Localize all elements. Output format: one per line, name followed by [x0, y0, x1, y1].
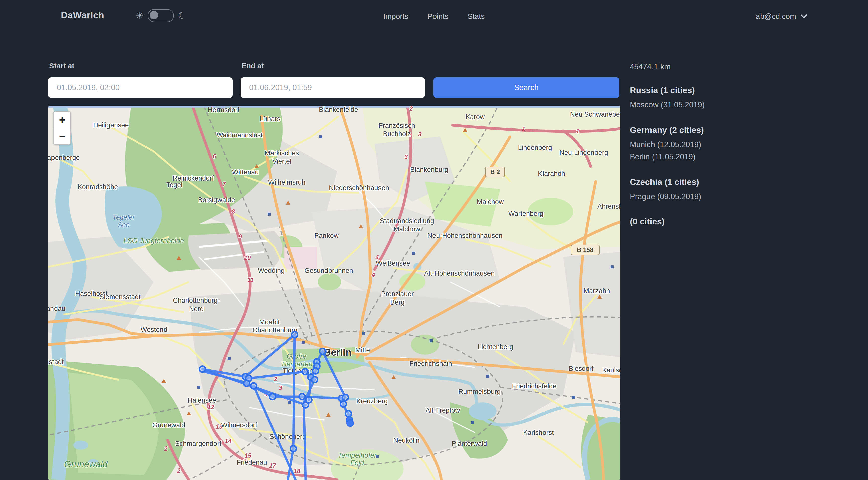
gps-point-marker[interactable] [299, 394, 305, 400]
nav-link-imports[interactable]: Imports [383, 12, 408, 21]
gps-point-marker[interactable] [342, 394, 348, 401]
map-label: Wittenau [232, 168, 259, 176]
map-label: Neu-Lindenberg [559, 149, 608, 156]
country-group-title: (0 cities) [630, 217, 831, 226]
gps-point-marker[interactable] [270, 394, 276, 400]
map-label: Spandau [48, 305, 65, 312]
motorway-ref: 3 [279, 384, 282, 391]
motorway-ref: 1 [522, 125, 525, 132]
map-label: Alt-Hohenschönhausen [424, 269, 495, 277]
end-at-label: End at [242, 62, 264, 70]
gps-point-marker[interactable] [303, 402, 309, 408]
country-group: Germany (2 cities)Munich (12.05.2019)Ber… [630, 125, 831, 163]
station-icon [288, 401, 291, 404]
map-label: Kaulsdorf [602, 366, 620, 374]
station-icon [611, 265, 614, 268]
map-label: Gesundbrunnen [304, 267, 353, 275]
map-label: Siemensstadt [99, 293, 141, 301]
gps-point-marker[interactable] [320, 348, 326, 354]
motorway-ref: 4 [371, 271, 375, 278]
total-distance: 45474.1 km [630, 62, 831, 71]
map-label: Tegel [166, 181, 183, 189]
chevron-down-icon [801, 14, 807, 18]
map-label: Hermsdorf [208, 106, 240, 114]
start-date-input[interactable] [48, 77, 232, 98]
country-group: Czechia (1 cities)Prague (09.05.2019) [630, 177, 831, 202]
map-label: Neu Schwanebeck [570, 111, 620, 118]
gps-point-marker[interactable] [251, 383, 257, 389]
city-visit-item: Prague (09.05.2019) [630, 190, 831, 202]
motorway-ref: 7 [222, 181, 226, 187]
motorway-ref: 6 [213, 153, 216, 160]
map-label: Blankenfelde [319, 106, 358, 114]
motorway-ref: 10 [244, 254, 251, 261]
map-label: LSG Jungfernheide [123, 237, 184, 245]
map-label: Lübars [260, 115, 281, 123]
map-label: Schmargendorf [175, 440, 221, 447]
map-label: Biesdorf [569, 365, 594, 372]
gps-point-marker[interactable] [302, 369, 308, 375]
map-label: Neukölln [393, 437, 420, 444]
motorway-ref: 18 [293, 468, 300, 475]
map-canvas: B 2B 158 6789101123412131415171822234411… [48, 106, 620, 480]
motorway-ref: 11 [248, 277, 254, 283]
end-date-input[interactable] [241, 77, 425, 98]
app-page: DaWarIch ☀ ☾ Imports Points Stats ab@cd.… [0, 0, 868, 480]
map-label: Reinickendorf [172, 174, 214, 182]
motorway-ref: 3 [404, 153, 408, 160]
motorway-ref: 2 [177, 467, 181, 474]
gps-point-marker[interactable] [340, 401, 346, 407]
map-zoom-control: + − [53, 111, 71, 145]
map-label: Plänterwald [452, 440, 487, 447]
map-label: Friedrichsfelde [512, 382, 556, 390]
station-icon [486, 375, 489, 378]
motorway-ref: 2 [164, 445, 167, 452]
motorway-ref: 9 [239, 233, 242, 240]
map-container[interactable]: B 2B 158 6789101123412131415171822234411… [48, 106, 620, 480]
gps-point-marker[interactable] [290, 446, 297, 452]
nav-link-stats[interactable]: Stats [468, 12, 485, 21]
gps-point-marker[interactable] [312, 377, 318, 383]
svg-text:B 158: B 158 [577, 246, 594, 253]
gps-point-marker[interactable] [291, 332, 298, 338]
gps-point-marker[interactable] [345, 411, 351, 417]
motorway-ref: 15 [245, 452, 251, 459]
map-label: Papenberge [48, 154, 80, 161]
gps-point-marker[interactable] [313, 368, 319, 374]
map-label: Pankow [314, 232, 339, 239]
motorway-ref: 3 [418, 131, 422, 137]
city-visit-item: Munich (12.05.2019) [630, 138, 831, 151]
map-label: Neu-Hohenschönhausen [428, 232, 502, 239]
map-label: Mitte [355, 347, 370, 354]
city-visit-item: Moscow (31.05.2019) [630, 99, 831, 111]
station-icon [319, 135, 322, 138]
map-label: Waidmannslust [217, 131, 263, 139]
map-label: Konradshöhe [78, 183, 118, 191]
station-icon [571, 396, 575, 399]
map-label: Friedrichshain [409, 360, 452, 367]
map-label: Malchow [477, 198, 504, 205]
country-group-title: Russia (1 cities) [630, 85, 831, 95]
motorway-ref: 17 [269, 462, 276, 469]
map-label: Niederschönhausen [329, 184, 389, 192]
station-icon [412, 252, 415, 255]
gps-point-marker[interactable] [244, 380, 250, 386]
zoom-out-button[interactable]: − [54, 128, 70, 145]
motorway-ref: 2 [409, 106, 413, 112]
map-label: Halensee [188, 397, 216, 404]
map-label: Klarahöh [538, 170, 565, 178]
nav-link-points[interactable]: Points [428, 12, 448, 21]
map-label: Wedding [258, 267, 285, 275]
gps-point-marker[interactable] [347, 420, 353, 426]
map-label: Karow [466, 113, 485, 121]
user-menu[interactable]: ab@cd.com [756, 12, 807, 21]
map-label: Karlshorst [523, 429, 554, 436]
map-label: Marzahn [583, 287, 610, 295]
motorway-ref: 12 [208, 404, 215, 411]
gps-point-marker[interactable] [199, 366, 206, 372]
map-label: Heiligensee [93, 121, 129, 129]
motorway-ref: 1 [576, 128, 579, 134]
map-label: Ahrensfelde [597, 202, 620, 210]
search-button[interactable]: Search [434, 77, 619, 98]
zoom-in-button[interactable]: + [54, 112, 70, 128]
